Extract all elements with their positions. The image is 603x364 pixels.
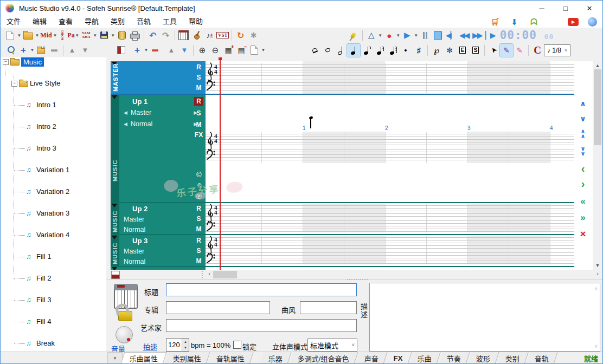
undo-button[interactable]: ↶ [146,29,159,42]
up3-track-header[interactable]: MUSIC Up 3 Master Normal R S M [111,235,206,266]
symbol-button[interactable]: S [469,44,482,57]
vertical-scrollbar[interactable]: ▲ ▼ [593,61,602,270]
up3-solo-button[interactable]: S [194,246,203,255]
tree-item-live-style[interactable]: −Live Style [1,68,106,79]
redo-button[interactable]: ↷ [159,29,172,42]
hscroll-thumb[interactable] [213,271,237,278]
refresh-button[interactable]: ↻ [234,29,247,42]
up2-mode-selector[interactable]: Normal [124,226,145,233]
up2-track-header[interactable]: MUSIC Up 2 Master Normal R S M [111,203,206,234]
web-icon[interactable] [588,17,597,27]
unlock-icon[interactable] [118,311,132,321]
open-file-dropdown[interactable]: ▼ [35,29,40,42]
breve-note-button[interactable] [308,44,321,57]
step-back-button[interactable]: ◀▏ [445,29,458,42]
registered-badge[interactable]: ® [197,183,201,188]
tempo-link[interactable]: 拍速 [143,341,157,352]
search-button[interactable] [4,44,17,57]
tree-item-ending-3[interactable]: ♫Ending 3 [1,230,106,241]
expand-grid-button[interactable]: ▦+ [222,44,235,57]
up2-record-button[interactable]: R [194,204,203,213]
tab-FX[interactable]: FX [385,352,412,364]
nav-page-left-chevrons[interactable]: « [576,196,589,206]
ornament-button[interactable]: ✻ [443,44,456,57]
add-track-dropdown[interactable]: ▼ [144,44,149,57]
step-forward-button[interactable]: ▏▶ [484,29,497,42]
metronome-dropdown[interactable]: ▼ [378,29,383,42]
metronome-button[interactable]: △ [365,29,378,42]
menu-item-1[interactable]: 编辑 [27,16,53,28]
up2-staff-area[interactable]: 44 [206,203,592,234]
download-icon[interactable]: ⬇︎ [509,17,519,27]
menu-item-5[interactable]: 音轨 [131,16,157,28]
open-file-button[interactable] [22,29,35,42]
up3-record-button[interactable]: R [194,236,203,245]
whole-note-button[interactable] [321,44,334,57]
expand-box-icon[interactable]: − [3,59,9,65]
remove-track-button[interactable] [149,44,162,57]
menu-item-2[interactable]: 查看 [53,16,79,28]
up1-track-header[interactable]: MUSIC Up 1 ◀Master▶ ◀Normal▶ R S M FX © … [111,95,206,202]
nav-scroll-down-chevron[interactable]: ∨ [576,113,589,124]
guitar-fretboard-button[interactable] [190,29,203,42]
tab-多调式/组合音色[interactable]: 多调式/组合音色 [289,352,358,364]
tree-item-variation-3[interactable]: ♫Variation 3 [1,133,106,144]
up1-fx-button[interactable]: FX [194,131,203,139]
korg-dropdown[interactable]: ▼ [75,29,80,42]
erase-pencil-button[interactable]: ✎ [513,44,526,57]
tree-item-intro-3[interactable]: ♫Intro 3 [1,100,106,111]
vst-plugins-button[interactable]: VST [216,29,229,42]
fast-forward-button[interactable]: ▶▶ [471,29,484,42]
yamaha-dropdown[interactable]: ▼ [93,29,98,42]
tree-item-fill-3[interactable]: ♫Fill 3 [1,176,106,187]
tree-item-variation-4[interactable]: ♫Variation 4 [1,144,106,154]
zoom-out-button[interactable]: ⊖ [209,44,222,57]
up1-staff-area[interactable]: 44 1234 [206,95,592,202]
collapse-grid-button[interactable]: ▤− [235,44,248,57]
album-input[interactable] [166,301,270,314]
pause-button[interactable] [419,29,432,42]
eighth-note-button[interactable] [360,44,373,57]
nav-scroll-right-chevron[interactable]: › [576,178,589,189]
move-up-button[interactable]: ▲ [66,44,79,57]
master-record-button[interactable]: R [194,63,203,72]
playhead[interactable] [220,58,221,270]
minimize-button[interactable]: ─ [530,1,554,15]
hscroll-right-arrow[interactable]: › [594,270,601,279]
track-down-button[interactable]: ▼ [178,44,191,57]
up3-voice-selector[interactable]: Master [124,248,144,255]
korg-pa-button[interactable]: KORGPa [57,29,75,42]
tree-item-pad-4[interactable]: ♫Pad 4 [1,274,106,284]
tempo-lock-checkbox[interactable] [233,341,241,349]
up3-track-name[interactable]: Up 3 [132,237,147,245]
add-folder-button[interactable]: + [35,44,48,57]
tab-list-dropdown[interactable]: ▼ [107,352,123,364]
phonogram-badge[interactable]: ℗ [196,192,202,200]
quarter-note-event[interactable] [309,116,315,128]
menu-item-6[interactable]: 工具 [157,16,183,28]
up1-mode-selector[interactable]: ◀Normal▶ [124,120,197,128]
midi-import-button[interactable]: Mid [40,29,53,42]
up2-mute-button[interactable]: M [194,225,203,233]
add-category-button[interactable]: + [17,44,30,57]
pedal-button[interactable]: ℘ [430,44,443,57]
up2-voice-selector[interactable]: Master [124,216,144,223]
android-icon[interactable]: ᗣ [529,17,539,27]
remove-category-button[interactable] [48,44,61,57]
tab-声音[interactable]: 声音 [356,352,387,364]
nav-page-down-chevrons[interactable]: ∨ ∨ [576,146,589,157]
move-down-button[interactable]: ▼ [79,44,92,57]
menu-item-4[interactable]: 类别 [105,16,131,28]
yamaha-button[interactable]: YAMAHA [80,29,93,42]
up1-mute-button[interactable]: M [194,120,203,129]
volume-knob[interactable] [116,326,133,343]
microphone-button[interactable] [347,29,360,42]
tab-音轨属性[interactable]: 音轨属性 [208,352,253,364]
sixteenth-note-button[interactable] [373,44,386,57]
sharp-button[interactable]: ♯ [412,44,425,57]
snap-resolution-select[interactable]: ♪ 1/8˅ [544,44,570,56]
tree-item-pad-2[interactable]: ♫Pad 2 [1,252,106,263]
collapse-triangle-icon[interactable] [112,236,117,239]
nav-page-right-chevrons[interactable]: » [576,212,589,223]
menu-item-0[interactable]: 文件 [1,16,27,28]
